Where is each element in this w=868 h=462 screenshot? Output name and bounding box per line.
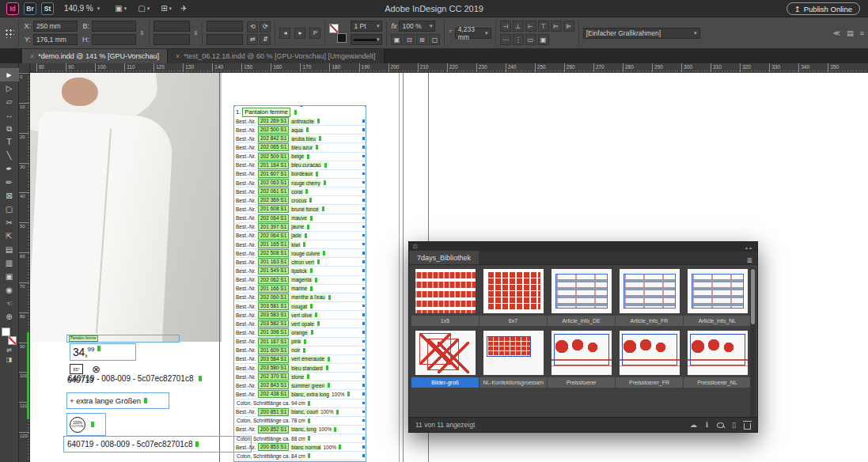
align-top-icon[interactable]: ⊤ [538,21,549,32]
stock-logo[interactable]: St [41,2,54,15]
list-title[interactable]: 1. Pantalon femme [236,107,366,117]
stroke-swatch[interactable] [329,24,339,33]
list-item[interactable]: Best.-Nr. 202 063 S1 rouge cherry [236,179,366,187]
list-item[interactable]: Best.-Nr. 200 851 S1 blanc, court 100% [236,408,366,417]
chevron-down-icon[interactable]: ▾ [485,30,488,36]
reference-point-proxy[interactable] [4,28,14,38]
bridge-logo[interactable]: Br [24,2,36,15]
rotate-cw-icon[interactable]: ⟳ [260,21,271,32]
align-vcenter-icon[interactable]: ⊨ [551,21,562,32]
list-item[interactable]: Best.-Nr. 201 608 S1 brune foncé [236,205,366,214]
search-icon[interactable] [717,422,724,428]
y-position-field[interactable]: 176,1 mm [33,34,78,45]
sku-text-frame[interactable]: 640719 - 008-009 - 5c07ec82701c8 640719 [68,374,202,383]
sync-status-icon[interactable]: ☁ [690,421,697,429]
library-item[interactable]: Preisstoerer_NL [684,329,751,388]
select-container-button[interactable]: ◂ [279,28,290,39]
library-item[interactable]: Article_info_FR [616,267,683,326]
library-item[interactable]: Article_info_DE [548,267,615,326]
close-icon[interactable]: × [30,52,34,60]
document-tab[interactable]: × *demo.indd @ 141 % [GPU-Vorschau] [22,49,168,63]
product-photo[interactable] [30,73,222,342]
align-hcenter-icon[interactable]: ⊥ [513,21,524,32]
fill-proxy-swatch[interactable] [2,328,10,336]
effects-icon[interactable]: fx [391,22,396,30]
list-item[interactable]: Best.-Nr. 202 369 S1 crocus [236,196,366,205]
scissors-tool[interactable]: ✂ [0,216,19,229]
align-left-icon[interactable]: ⊣ [500,21,511,32]
list-item[interactable]: Best.-Nr. 203 582 S1 vert opale [236,320,366,328]
list-item[interactable]: Best.-Nr. 202 064 S1 mauve [236,214,366,223]
stroke-weight-field[interactable]: 1 Pt ▾ [351,21,382,32]
library-panel[interactable]: ⊡ ▴▴ 7days_Bibliothek ≣ 1x5 6x7 Article_… [408,241,758,433]
select-content-button[interactable]: ▸ [294,28,305,39]
free-transform-tool[interactable]: ⇱ [0,229,19,243]
cotton-badge-frame[interactable]: 100% COTTON [66,413,106,436]
pencil-tool[interactable]: ✏ [0,176,19,189]
rotate-ccw-icon[interactable]: ⟲ [247,21,258,32]
corner-radius-field[interactable]: 4,233 mm ▾ [455,28,491,39]
zoom-level-select[interactable]: 140,9 % [64,4,100,13]
margin-guide[interactable] [403,73,404,462]
document-tab[interactable]: × *test_06.12.18.indd @ 60 % [GPU-Vorsch… [168,49,385,63]
care-symbols[interactable]: 95° ⊗ [70,364,100,374]
library-item[interactable]: 6x7 [479,267,547,326]
gradient-swatch-tool[interactable]: ▤ [0,243,19,256]
list-item[interactable]: Best.-Nr. 201 163 S1 citron vert [236,258,366,267]
list-item[interactable]: Best.-Nr. 202 509 S1 beige [236,153,366,161]
item-info-icon[interactable]: ℹ [703,421,711,429]
library-item[interactable]: NL-Konfektionsgroessen [479,329,547,388]
height-field[interactable] [92,34,136,45]
center-content-icon[interactable]: ⊞ [416,34,427,45]
list-item[interactable]: Coton, Schnittlänge ca. 84 cm [236,452,366,460]
dock-panel-icon[interactable]: ≪ [833,29,840,37]
chevron-down-icon[interactable]: ▾ [377,23,380,29]
width-field[interactable] [92,21,136,32]
flip-vertical-icon[interactable]: ⇵ [260,34,271,45]
sku2-text-frame[interactable]: 640719 - 008-009 - 5c07ec82701c8 [63,436,252,453]
pen-tool[interactable]: ✒ [0,162,19,176]
content-collector-tool[interactable]: ⧉ [0,122,19,135]
zoom-tool[interactable]: ⊕ [0,310,19,324]
library-item[interactable]: Bilder-groß [411,329,479,388]
fill-stroke-proxy[interactable] [2,328,17,345]
share-icon[interactable]: ✈ [180,4,187,13]
product-list-frame[interactable]: 1. Pantalon femme Best.-Nr. 201 269 S1 a… [233,105,366,462]
corner-options-icon[interactable]: ⌜ [449,29,452,37]
type-tool[interactable]: T [0,135,19,149]
library-item[interactable]: 1x5 [411,267,479,326]
fill-frame-icon[interactable]: ▣ [391,34,402,45]
column-guide[interactable] [219,73,220,462]
rectangle-tool[interactable]: ▢ [0,203,19,216]
library-item[interactable]: Preisstoerer [548,329,615,388]
screen-mode-menu[interactable]: ▢ [138,4,150,13]
list-item[interactable]: Best.-Nr. 201 549 S1 lipstick [236,267,366,275]
list-item[interactable]: Best.-Nr. 203 583 S1 vert olive [236,311,366,320]
list-item[interactable]: Coton, Schnittlänge ca. 78 cm [236,417,366,426]
list-item[interactable]: Best.-Nr. 202 065 S1 bleu azur [236,143,366,152]
chevron-down-icon[interactable]: ▾ [694,30,697,36]
eyedropper-tool[interactable]: ◉ [0,283,19,297]
library-tab[interactable]: 7days_Bibliothek [409,251,479,264]
rotation-angle-field[interactable] [207,21,243,32]
link-scale-icon[interactable]: ∞ [192,31,199,36]
close-icon[interactable]: × [176,52,180,60]
direct-selection-tool[interactable]: ▷ [0,81,19,95]
cc-libraries-icon[interactable]: ▤ [847,29,854,37]
arrange-documents-menu[interactable]: ⊞ [161,4,172,13]
delete-item-icon[interactable] [744,423,751,430]
ruler-corner[interactable] [19,63,30,73]
object-style-select[interactable]: [Einfacher Grafikrahmen] ▾ [583,28,700,39]
list-item[interactable]: Best.-Nr. 202 370 S1 stone [236,373,366,381]
selection-tool[interactable]: ► [0,68,19,81]
list-item[interactable]: Best.-Nr. 202 842 S1 aruba bleu [236,134,366,143]
list-item[interactable]: Best.-Nr. 201 164 S1 bleu curacao [236,161,366,170]
panel-menu-icon[interactable]: ≡ [860,29,864,37]
list-item[interactable]: Best.-Nr. 202 061 S1 coral [236,187,366,196]
swap-fill-stroke-icon[interactable]: ⇄ [6,345,12,354]
list-item[interactable]: Best.-Nr. 201 397 S1 jaune [236,223,366,232]
shear-angle-field[interactable] [207,34,243,45]
vertical-ruler[interactable]: 0 10 20 30 40 50 60 70 80 90 100 110 120 [19,73,30,462]
indesign-logo[interactable]: Id [6,2,19,15]
page-tool[interactable]: ▱ [0,95,19,108]
